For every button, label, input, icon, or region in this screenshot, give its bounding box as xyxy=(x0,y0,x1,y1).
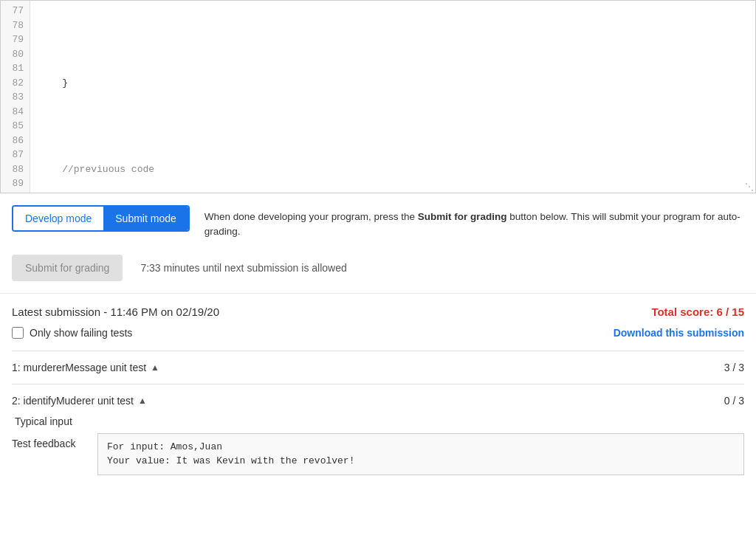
download-submission-link[interactable]: Download this submission xyxy=(614,327,744,339)
test-section-2: 2: identifyMuderer unit test ▲ 0 / 3 Typ… xyxy=(12,384,744,486)
feedback-line-2: Your value: It was Kevin with the revolv… xyxy=(107,454,735,469)
line-numbers: 77 78 79 80 81 82 83 84 85 86 87 88 89 9… xyxy=(1,1,30,193)
develop-mode-button[interactable]: Develop mode xyxy=(13,207,103,230)
feedback-box: For input: Amos,Juan Your value: It was … xyxy=(97,433,744,475)
test-2-details: Typical input Test feedback For input: A… xyxy=(12,415,744,475)
test-2-score: 0 / 3 xyxy=(724,395,744,407)
mode-section: Develop mode Submit mode When done devel… xyxy=(0,193,756,249)
feedback-label: Test feedback xyxy=(12,433,86,449)
submission-title: Latest submission - 11:46 PM on 02/19/20 xyxy=(12,306,219,318)
code-editor[interactable]: 77 78 79 80 81 82 83 84 85 86 87 88 89 9… xyxy=(0,0,756,193)
feedback-line-1: For input: Amos,Juan xyxy=(107,440,735,455)
typical-input-label: Typical input xyxy=(12,415,744,427)
total-score: Total score: 6 / 15 xyxy=(651,306,744,318)
results-section: Latest submission - 11:46 PM on 02/19/20… xyxy=(0,293,756,486)
mode-description: When done developing your program, press… xyxy=(205,205,744,240)
mode-description-text: When done developing your program, press… xyxy=(205,211,415,222)
test-1-header[interactable]: 1: murdererMessage unit test ▲ 3 / 3 xyxy=(12,362,744,373)
submit-for-grading-button[interactable]: Submit for grading xyxy=(12,255,123,281)
test-1-score: 3 / 3 xyxy=(724,362,744,373)
submit-section: Submit for grading 7:33 minutes until ne… xyxy=(0,249,756,293)
code-area[interactable]: 77 78 79 80 81 82 83 84 85 86 87 88 89 9… xyxy=(1,1,755,193)
filter-row: Only show failing tests Download this su… xyxy=(12,327,744,339)
mode-bold-text: Submit for grading xyxy=(418,211,507,222)
code-content: } //previuous code public static String … xyxy=(30,1,755,193)
mode-buttons: Develop mode Submit mode xyxy=(12,205,190,232)
filter-label: Only show failing tests xyxy=(30,327,132,339)
test-2-title: 2: identifyMuderer unit test ▲ xyxy=(12,395,147,407)
test-2-chevron-icon: ▲ xyxy=(138,396,147,406)
failing-tests-checkbox[interactable] xyxy=(12,327,24,339)
test-1-title: 1: murdererMessage unit test ▲ xyxy=(12,362,159,373)
feedback-row: Test feedback For input: Amos,Juan Your … xyxy=(12,433,744,475)
failing-tests-filter[interactable]: Only show failing tests xyxy=(12,327,132,339)
test-1-chevron-icon: ▲ xyxy=(151,362,159,373)
resize-handle[interactable]: ⋱ xyxy=(743,181,755,193)
test-section-1: 1: murdererMessage unit test ▲ 3 / 3 xyxy=(12,351,744,384)
submit-mode-button[interactable]: Submit mode xyxy=(103,207,188,230)
test-2-header[interactable]: 2: identifyMuderer unit test ▲ 0 / 3 xyxy=(12,395,744,407)
timer-text: 7:33 minutes until next submission is al… xyxy=(140,262,346,274)
submission-header: Latest submission - 11:46 PM on 02/19/20… xyxy=(12,306,744,318)
